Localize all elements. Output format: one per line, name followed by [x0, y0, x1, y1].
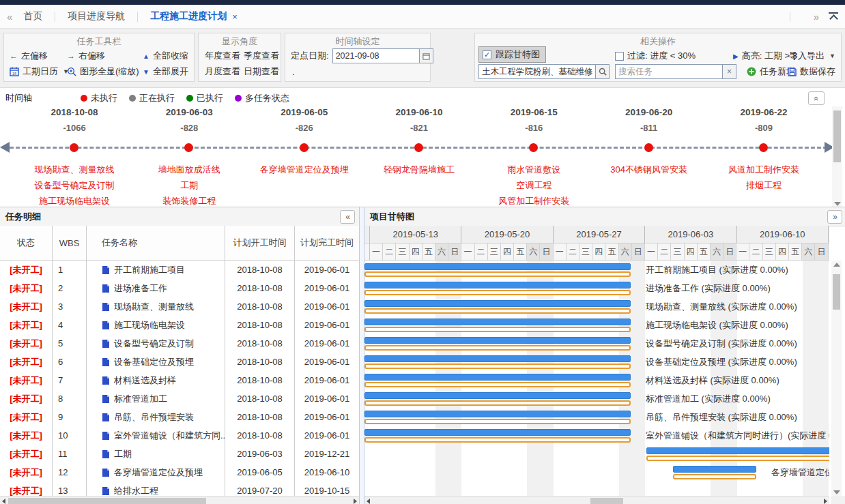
- table-row[interactable]: [未开工] 11 工期 2019-06-03 2019-12-21: [0, 445, 359, 463]
- filter-progress-toggle[interactable]: 过滤: 进度 < 30%: [615, 50, 696, 62]
- gantt-bar-planned[interactable]: [364, 337, 631, 344]
- timeline-dot[interactable]: [529, 143, 538, 152]
- column-header-start[interactable]: 计划开工时间: [225, 226, 295, 260]
- collapse-panel-button[interactable]: «: [340, 210, 355, 224]
- expand-panel-button[interactable]: »: [827, 210, 842, 224]
- gantt-bar-planned[interactable]: [364, 355, 631, 362]
- task-name[interactable]: 标准管道加工: [114, 393, 167, 405]
- gantt-bar-actual[interactable]: [673, 474, 756, 479]
- timeline-task-label[interactable]: 工期: [125, 177, 253, 193]
- column-header-status[interactable]: 状态: [0, 226, 53, 260]
- table-row[interactable]: [未开工] 7 材料送选及封样 2018-10-08 2019-06-01: [0, 371, 359, 389]
- task-name[interactable]: 吊筋、吊件预埋安装: [114, 411, 194, 424]
- gantt-horizontal-scrollbar[interactable]: [364, 496, 829, 504]
- gantt-bar-planned[interactable]: [364, 392, 631, 399]
- anchor-date-input[interactable]: [332, 48, 420, 63]
- timeline-collapse-button[interactable]: «: [808, 91, 825, 105]
- timeline-task-label[interactable]: 施工现场临电架设: [10, 193, 139, 207]
- tab-construction-plan[interactable]: 工程施工进度计划: [150, 10, 227, 23]
- table-horizontal-scrollbar[interactable]: [0, 496, 359, 504]
- table-row[interactable]: [未开工] 10 室外管道铺设（和建筑方同... 2018-10-08 2019…: [0, 426, 359, 445]
- table-row[interactable]: [未开工] 5 设备型号确定及订制 2018-10-08 2019-06-01: [0, 334, 359, 353]
- clear-search-button[interactable]: ×: [723, 64, 736, 79]
- gantt-bar-actual[interactable]: [364, 308, 631, 314]
- timeline-dot[interactable]: [300, 143, 309, 152]
- timeline-task-label[interactable]: 轻钢龙骨隔墙施工: [355, 162, 483, 177]
- tab-home[interactable]: 首页: [23, 10, 42, 23]
- timeline-dot[interactable]: [184, 143, 193, 152]
- task-name[interactable]: 给排水工程: [114, 485, 158, 496]
- project-search-button[interactable]: [596, 64, 610, 79]
- shift-left-button[interactable]: ← 左偏移: [10, 50, 48, 62]
- scrollbar-thumb[interactable]: [590, 498, 623, 504]
- track-gantt-toggle[interactable]: ✓ 跟踪甘特图: [478, 48, 546, 61]
- task-name[interactable]: 设备基础定位及预埋: [114, 356, 194, 368]
- task-name[interactable]: 开工前期施工项目: [114, 264, 185, 276]
- view-month-button[interactable]: 月度查看: [205, 65, 240, 78]
- scroll-right-icon[interactable]: [824, 499, 827, 504]
- gantt-bar-actual[interactable]: [364, 382, 631, 387]
- task-name[interactable]: 工期: [114, 448, 132, 460]
- gantt-vertical-scrollbar[interactable]: [831, 261, 842, 496]
- checkbox-unchecked-icon[interactable]: [615, 52, 624, 61]
- gantt-bar-actual[interactable]: [364, 364, 631, 369]
- column-header-end[interactable]: 计划完工时间: [295, 226, 359, 260]
- gantt-bar-planned[interactable]: [364, 300, 631, 307]
- view-year-button[interactable]: 年度查看: [205, 50, 240, 62]
- timeline-task-label[interactable]: 各穿墙管道定位及预埋: [240, 162, 369, 177]
- gantt-bar-actual[interactable]: [646, 456, 829, 461]
- project-input[interactable]: [478, 64, 596, 79]
- gantt-bar-planned[interactable]: [673, 466, 756, 473]
- table-row[interactable]: [未开工] 13 给排水工程 2019-07-20 2019-10-15: [0, 481, 359, 496]
- table-row[interactable]: [未开工] 3 现场勘查、测量放线 2018-10-08 2019-06-01: [0, 297, 359, 316]
- view-quarter-button[interactable]: 季度查看: [244, 50, 279, 62]
- gantt-bar-planned[interactable]: [364, 429, 631, 436]
- task-name[interactable]: 各穿墙管道定位及预埋: [114, 466, 203, 479]
- timeline-task-label[interactable]: 风道加工制作安装: [700, 162, 828, 177]
- gantt-bar-actual[interactable]: [364, 419, 631, 424]
- timeline-task-label[interactable]: 雨水管道敷设: [470, 162, 598, 177]
- save-data-button[interactable]: 数据保存: [788, 65, 835, 78]
- scroll-left-icon[interactable]: [2, 499, 5, 504]
- task-name[interactable]: 室外管道铺设（和建筑方同...: [114, 430, 225, 442]
- column-header-wbs[interactable]: WBS: [53, 226, 87, 260]
- timeline-task-label[interactable]: 装饰装修工程: [125, 193, 253, 207]
- gantt-bar-actual[interactable]: [364, 345, 631, 351]
- shift-right-button[interactable]: → 右偏移: [67, 50, 105, 62]
- checkbox-checked-icon[interactable]: ✓: [483, 50, 491, 59]
- timeline-task-label[interactable]: 304不锈钢风管安装: [585, 162, 713, 177]
- task-search-input[interactable]: [615, 64, 723, 79]
- tabs-scroll-right-icon[interactable]: »: [814, 11, 818, 23]
- column-header-name[interactable]: 任务名称: [87, 226, 225, 260]
- gantt-bar-actual[interactable]: [364, 290, 631, 295]
- scrollbar-thumb[interactable]: [833, 274, 840, 310]
- task-name[interactable]: 材料送选及封样: [114, 374, 176, 387]
- gantt-bar-actual[interactable]: [364, 271, 631, 277]
- scrollbar-thumb[interactable]: [833, 110, 841, 162]
- collapse-all-button[interactable]: ▲ 全部收缩: [143, 50, 188, 62]
- timeline-vertical-scrollbar[interactable]: [832, 106, 842, 207]
- date-picker-button[interactable]: [420, 48, 433, 63]
- zoom-fit-button[interactable]: 图形全显(缩放): [67, 65, 139, 78]
- scrollbar-thumb[interactable]: [8, 498, 206, 504]
- table-row[interactable]: [未开工] 1 开工前期施工项目 2018-10-08 2019-06-01: [0, 261, 359, 279]
- table-row[interactable]: [未开工] 9 吊筋、吊件预埋安装 2018-10-08 2019-06-01: [0, 408, 359, 426]
- scroll-up-icon[interactable]: [833, 263, 840, 267]
- import-export-menu[interactable]: 导入导出 ▼: [789, 50, 835, 62]
- scroll-down-icon[interactable]: [833, 490, 840, 494]
- timeline-dot[interactable]: [70, 143, 78, 152]
- scroll-left-icon[interactable]: [367, 499, 370, 504]
- task-name[interactable]: 进场准备工作: [114, 282, 167, 295]
- gantt-bar-planned[interactable]: [646, 447, 829, 454]
- expand-all-button[interactable]: ▼ 全部展开: [143, 65, 188, 78]
- timeline-dot[interactable]: [759, 143, 768, 152]
- view-day-button[interactable]: 日期查看: [244, 65, 279, 78]
- gantt-bar-planned[interactable]: [364, 411, 631, 417]
- highlight-duration-button[interactable]: ▶ 高亮: 工期 > 8: [733, 50, 797, 62]
- tabs-scroll-left-icon[interactable]: «: [7, 11, 11, 23]
- gantt-bar-actual[interactable]: [364, 437, 631, 443]
- table-row[interactable]: [未开工] 4 施工现场临电架设 2018-10-08 2019-06-01: [0, 316, 359, 334]
- gantt-bar-planned[interactable]: [364, 318, 631, 325]
- timeline-dot[interactable]: [644, 143, 653, 152]
- timeline-task-label[interactable]: 设备型号确定及订制: [10, 177, 139, 193]
